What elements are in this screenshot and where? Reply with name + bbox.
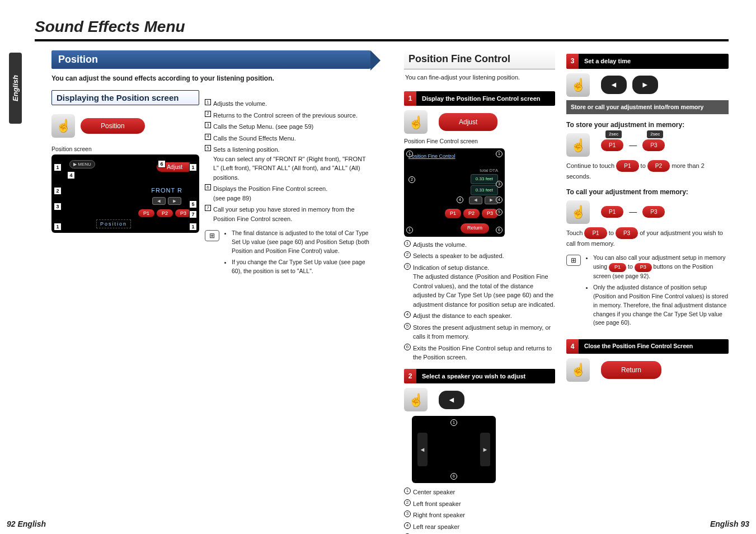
list-item: Adjusts the volume. — [413, 240, 555, 250]
touch-icon: ☝ — [404, 388, 428, 411]
note-list: You can also call your adjustment setup … — [585, 254, 729, 330]
adjust-button[interactable]: Adjust — [439, 113, 497, 131]
speaker-select-shot: 1 2 3 4 5 6 ◄ ► — [412, 416, 496, 483]
step-number-3: 3 — [566, 54, 579, 69]
language-tab: English — [9, 53, 22, 124]
arrow-left-icon[interactable]: ◄ — [469, 196, 482, 204]
circ-marker-1: 1 — [404, 240, 411, 247]
preset-p1-inline: P1 — [584, 227, 607, 239]
callout-box-5: 5 — [189, 200, 197, 208]
callout-circle-5: 5 — [496, 209, 503, 216]
list-item: Stores the present adjustment setup in m… — [413, 323, 555, 341]
position-button[interactable]: Position — [81, 118, 145, 134]
num-marker-2: 2 — [205, 111, 211, 117]
list-item: Calls the Sound Effects Menu. — [213, 134, 370, 143]
circ-marker-6: 6 — [404, 344, 411, 350]
fine-control-shot: Position Fine Control total DTA 0.33 fee… — [404, 148, 505, 237]
callout-box-3: 3 — [54, 203, 62, 210]
fine-screen-caption: Position Fine Control screen — [404, 137, 555, 146]
store-call-header: Store or call your adjustment into/from … — [566, 100, 729, 115]
fine-control-sub: You can fine-adjust your listening posit… — [404, 73, 555, 87]
position-screen-shot: ▶ MENU Adjust FRONT R ◄ ► P1 P2 P3 Posit… — [51, 154, 199, 233]
step-title-1: Display the Position Fine Control screen — [416, 91, 555, 106]
preset-p1-inline: P1 — [616, 160, 638, 172]
note-icon: ⊞ — [205, 230, 219, 241]
callout-box-br1: 1 — [189, 223, 197, 231]
range-tilde: — — [629, 206, 637, 218]
distance-value-1: 0.33 feet — [471, 174, 498, 184]
note-item: If you change the Car Type Set Up value … — [232, 258, 370, 276]
fine-screen-title: Position Fine Control — [408, 153, 500, 161]
preset-p2-button[interactable]: P2 — [157, 209, 173, 217]
note-item: You can also call your adjustment setup … — [593, 254, 729, 280]
return-button[interactable]: Return — [461, 223, 489, 233]
preset-p3-button[interactable]: P3 — [642, 206, 665, 218]
spk-callout-6: 6 — [450, 473, 457, 480]
callout-circle-4b: 4 — [496, 196, 503, 203]
page-number-left: 92 English — [7, 519, 46, 528]
preset-p3-inline: P3 — [635, 263, 652, 272]
list-item: Center speaker — [413, 488, 555, 497]
list-item: Selects a speaker to be adjusted. — [413, 251, 555, 261]
list-item: Left front speaker — [413, 499, 555, 509]
delay-left-button[interactable]: ◄ — [601, 76, 627, 94]
list-item: Left rear speaker — [413, 522, 555, 532]
touch-icon: ☝ — [51, 114, 75, 138]
return-button[interactable]: Return — [601, 361, 661, 379]
preset-p1-button[interactable]: P1 — [138, 209, 154, 217]
arrow-right-icon[interactable]: ► — [168, 197, 181, 205]
circ-marker-2: 2 — [404, 499, 411, 506]
arrow-right-icon[interactable]: ► — [480, 433, 490, 466]
num-marker-6: 6 — [205, 184, 211, 190]
preset-p1-button[interactable]: P1 — [601, 206, 623, 218]
num-marker-5: 5 — [205, 145, 211, 151]
preset-p1-button[interactable]: P1 — [601, 139, 623, 151]
list-item: Returns to the Control screen of the pre… — [213, 111, 370, 120]
num-marker-7: 7 — [205, 205, 211, 211]
preset-p1-button[interactable]: P1 — [445, 209, 461, 219]
delay-right-button[interactable]: ► — [632, 76, 658, 94]
range-tilde: — — [629, 139, 637, 151]
callout-box-4: 4 — [67, 171, 75, 179]
preset-p2-button[interactable]: P2 — [463, 209, 480, 219]
menu-button[interactable]: ▶ MENU — [69, 160, 95, 168]
preset-p2-inline: P2 — [647, 160, 670, 172]
callout-box-b1: 1 — [54, 223, 62, 231]
callout-circle-3: 3 — [496, 181, 503, 188]
callout-box-7: 7 — [189, 210, 197, 218]
step-title-4: Close the Position Fine Control Screen — [579, 339, 729, 354]
arrow-left-icon[interactable]: ◄ — [417, 433, 428, 466]
spk-callout-1: 1 — [450, 419, 457, 426]
circ-marker-3: 3 — [404, 510, 411, 517]
num-marker-3: 3 — [205, 122, 211, 128]
callout-box-2: 2 — [54, 187, 62, 195]
position-section-banner: Position — [51, 50, 370, 69]
callout-box-1: 1 — [54, 163, 62, 171]
list-item: Adjust the distance to each speaker. — [413, 311, 555, 321]
title-rule — [35, 39, 729, 41]
callout-circle-4a: 4 — [457, 196, 463, 203]
displaying-position-sub: Displaying the Position screen — [51, 90, 199, 105]
arrow-left-icon[interactable]: ◄ — [152, 197, 166, 205]
touch-icon: ☝ — [566, 133, 590, 157]
circ-marker-2: 2 — [404, 251, 411, 258]
speaker-left-button[interactable]: ◄ — [439, 391, 464, 409]
list-item: Call your setup you have stored in memor… — [213, 205, 370, 223]
total-dta-label: total DTA — [480, 167, 498, 174]
call-instruction: Touch P1 to P3 of your adjustment you wi… — [566, 227, 729, 249]
note-list: The final distance is adjusted to the to… — [224, 229, 370, 279]
note-item: The final distance is adjusted to the to… — [232, 229, 370, 255]
preset-p3-button[interactable]: P3 — [642, 139, 665, 151]
note-icon: ⊞ — [566, 255, 581, 266]
circ-marker-3: 3 — [404, 263, 411, 270]
num-marker-1: 1 — [205, 99, 211, 105]
circ-marker-1: 1 — [404, 488, 411, 494]
note-item: Only the adjusted distance of position s… — [593, 283, 729, 327]
list-item: Right front speaker — [413, 510, 555, 520]
position-screen-caption: Position screen — [51, 146, 199, 152]
fine-list: 1Adjusts the volume. 2Selects a speaker … — [404, 240, 555, 362]
two-sec-label: 2sec — [605, 130, 622, 138]
preset-p1-inline: P1 — [609, 263, 626, 272]
callout-box-r1: 1 — [189, 163, 197, 171]
step-title-2: Select a speaker you wish to adjust — [416, 369, 555, 384]
